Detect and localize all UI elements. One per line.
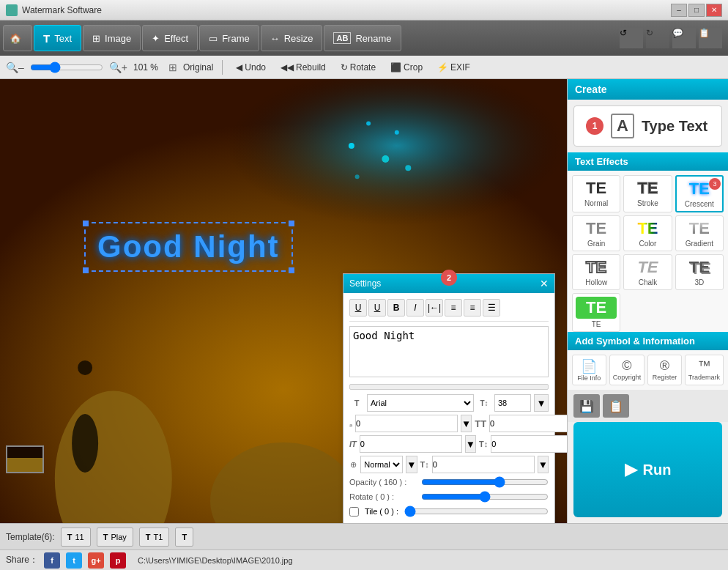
opacity-label: Opacity ( 160 ) : xyxy=(349,478,415,486)
text-input[interactable]: Good Night xyxy=(349,326,549,377)
underline2-button[interactable]: U xyxy=(368,299,386,317)
align-left-button[interactable]: |←| xyxy=(426,299,443,317)
svg-point-12 xyxy=(72,414,98,473)
spacing-c-icon: T↕ xyxy=(479,440,488,448)
frame-button[interactable]: ▭ Frame xyxy=(199,25,259,51)
effect-gradient[interactable]: TEGradient xyxy=(675,215,724,251)
effect-symbol[interactable]: TETE xyxy=(572,293,620,332)
blend-dropdown[interactable]: ▼ xyxy=(406,456,417,473)
symbol-trademark-label: Trademark xyxy=(688,374,720,381)
template-item-4[interactable]: T xyxy=(175,528,193,547)
handle-br[interactable] xyxy=(289,267,294,273)
blend-mode-select[interactable]: Normal xyxy=(360,456,403,473)
underline-button[interactable]: U xyxy=(349,299,367,317)
modal-close-button[interactable]: ✕ xyxy=(540,278,549,289)
rotate-slider[interactable] xyxy=(421,491,549,503)
symbol-register[interactable]: ®Register xyxy=(647,355,682,385)
italic-size-dropdown[interactable]: ▼ xyxy=(465,435,476,453)
run-button[interactable]: ▶ Run xyxy=(573,422,722,517)
googleplus-button[interactable]: g+ xyxy=(88,552,104,569)
effect-color-label: Color xyxy=(627,240,668,248)
zoom-slider[interactable] xyxy=(30,62,103,73)
crop-button[interactable]: ⬛ Crop xyxy=(386,61,427,74)
file-path: C:\Users\YIMIGE\Desktop\IMAGE\2010.jpg xyxy=(138,556,293,565)
spacing-a-dropdown[interactable]: ▼ xyxy=(461,415,472,432)
minimize-button[interactable]: – xyxy=(671,4,687,17)
font-size-input[interactable] xyxy=(494,394,531,412)
template-t-icon-3: T xyxy=(146,533,151,541)
italic-button[interactable]: I xyxy=(406,299,424,317)
rename-button[interactable]: AB Rename xyxy=(324,25,401,51)
effect-chalk[interactable]: TEChalk xyxy=(623,254,672,290)
resize-button[interactable]: ↔ Resize xyxy=(261,25,323,51)
effect-normal[interactable]: TENormal xyxy=(572,175,620,212)
template-item-1[interactable]: T 11 xyxy=(61,528,91,547)
italic-size-icon: IT xyxy=(349,440,357,448)
effect-3d[interactable]: TE3D xyxy=(675,254,724,290)
save-button[interactable]: 💾 xyxy=(573,394,600,418)
tile-row: Tile ( 0 ) : xyxy=(349,506,549,517)
text-input-container: Good Night xyxy=(349,326,549,384)
zoom-in-button[interactable]: 🔍+ xyxy=(109,62,127,73)
template-item-3-label: T1 xyxy=(154,533,163,541)
align-center-button[interactable]: ≡ xyxy=(445,299,462,317)
maximize-button[interactable]: □ xyxy=(688,4,705,17)
handle-tr[interactable] xyxy=(289,221,294,226)
blend-val-dropdown[interactable]: ▼ xyxy=(538,456,549,473)
exif-button[interactable]: ⚡ EXIF xyxy=(433,61,475,74)
facebook-button[interactable]: f xyxy=(44,552,60,569)
bold-button[interactable]: B xyxy=(387,299,405,317)
close-button[interactable]: ✕ xyxy=(706,4,722,17)
type-text-icon: A xyxy=(611,114,634,138)
export-button[interactable]: 📋 xyxy=(603,394,629,418)
symbol-file info-icon: 📄 xyxy=(576,358,603,374)
undo-button[interactable]: ◀ Undo xyxy=(231,61,270,74)
template-item-2[interactable]: T Play xyxy=(97,528,133,547)
pinterest-button[interactable]: p xyxy=(110,552,126,569)
main-toolbar: 🏠 T Text ⊞ Image ✦ Effect ▭ Frame ↔ Resi… xyxy=(0,21,728,56)
opacity-row: Opacity ( 160 ) : xyxy=(349,476,549,488)
horizontal-scrollbar[interactable] xyxy=(349,384,549,390)
twitter-button[interactable]: t xyxy=(66,552,82,569)
redo-toolbar-button[interactable]: ↻ xyxy=(646,28,669,48)
handle-bl[interactable] xyxy=(83,267,89,273)
effect-color[interactable]: TEColor xyxy=(623,215,672,251)
spacing-a-input[interactable] xyxy=(355,415,458,432)
save-buttons: 💾 📋 xyxy=(573,394,629,418)
effect-button[interactable]: ✦ Effect xyxy=(142,25,198,51)
effect-crescent[interactable]: TECrescent3 xyxy=(675,175,724,212)
justify-button[interactable]: ☰ xyxy=(483,299,500,317)
font-select[interactable]: Arial xyxy=(367,394,474,412)
symbol-copyright[interactable]: ©Copyright xyxy=(609,355,645,385)
svg-point-6 xyxy=(349,143,354,149)
effect-grain[interactable]: TEGrain xyxy=(572,215,620,251)
opacity-slider[interactable] xyxy=(421,476,549,488)
symbol-trademark[interactable]: ™Trademark xyxy=(685,355,724,385)
blend-val-input[interactable] xyxy=(432,456,535,473)
undo-toolbar-button[interactable]: ↺ xyxy=(620,28,643,48)
info-button[interactable]: 📋 xyxy=(699,28,722,48)
text-button[interactable]: T Text xyxy=(34,25,81,51)
tile-checkbox[interactable] xyxy=(349,507,359,517)
type-text-button[interactable]: 1 A Type Text xyxy=(573,106,722,147)
align-right-button[interactable]: ≡ xyxy=(464,299,481,317)
effect-hollow[interactable]: TEHollow xyxy=(572,254,620,290)
italic-size-input[interactable] xyxy=(360,435,462,453)
home-button[interactable]: 🏠 xyxy=(3,25,32,51)
tile-slider[interactable] xyxy=(404,506,549,517)
effect-stroke[interactable]: TEStroke xyxy=(623,175,672,212)
symbol-file-info[interactable]: 📄File Info xyxy=(572,355,606,385)
spacing-c-input[interactable] xyxy=(491,435,567,453)
spacing-b-input[interactable] xyxy=(489,415,567,432)
svg-point-13 xyxy=(78,360,92,375)
svg-rect-15 xyxy=(7,447,44,458)
zoom-out-button[interactable]: 🔍– xyxy=(6,62,24,73)
handle-tl[interactable] xyxy=(83,221,89,226)
rebuild-button[interactable]: ◀◀ Rebuild xyxy=(276,61,330,74)
font-size-dropdown[interactable]: ▼ xyxy=(534,394,549,412)
image-button[interactable]: ⊞ Image xyxy=(83,25,141,51)
chat-button[interactable]: 💬 xyxy=(672,28,696,48)
template-item-3[interactable]: T T1 xyxy=(139,528,170,547)
rotate-button[interactable]: ↻ Rotate xyxy=(336,61,380,74)
text-element[interactable]: Good Night xyxy=(84,222,293,272)
